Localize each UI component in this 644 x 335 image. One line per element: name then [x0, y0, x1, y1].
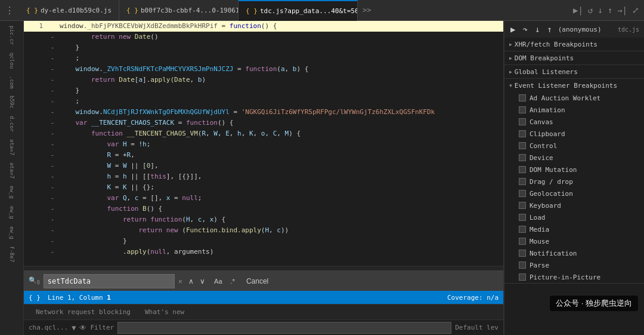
event-item-14[interactable]: Parse	[504, 259, 644, 271]
search-input[interactable]	[44, 274, 175, 288]
section-global: ▶ Global Listeners	[504, 65, 644, 79]
event-checkbox-3[interactable]	[519, 130, 526, 137]
tab-bar-menu[interactable]: ⋮	[0, 5, 19, 16]
code-editor: 1 window._hbFjPYKBCEVbWjXdBZedmmbBkPkHRP…	[24, 21, 504, 335]
event-label-4: Control	[530, 142, 557, 150]
event-item-7[interactable]: Drag / drop	[504, 176, 644, 188]
resume-button[interactable]: ▶	[509, 23, 516, 35]
code-line-7: - }	[24, 85, 503, 96]
event-checkbox-6[interactable]	[519, 166, 526, 173]
search-match-case-button[interactable]: Aa	[211, 276, 225, 286]
bottom-tab-whatsnew[interactable]: What's new	[138, 305, 191, 320]
tab-0[interactable]: { } dy-ele.d10b59c0.js	[19, 0, 119, 21]
event-checkbox-15[interactable]	[519, 273, 526, 281]
action-step-out[interactable]: →|	[617, 5, 627, 15]
section-global-header[interactable]: ▶ Global Listeners	[504, 65, 644, 78]
code-line-17: - var Q, c = [], x = null;	[24, 193, 503, 204]
search-next-button[interactable]: ∨	[197, 276, 208, 287]
event-label-2: Canvas	[530, 118, 553, 126]
sidebar-label-7: ew_g	[9, 183, 15, 201]
event-checkbox-11[interactable]	[519, 226, 526, 233]
search-cancel-button[interactable]: Cancel	[242, 276, 273, 287]
tab-1-label: b00f7c3b-cbbf-4...0-190615c843c7	[141, 7, 239, 14]
line-content-8: ;	[57, 96, 503, 107]
section-event-listeners-triangle: ▼	[509, 83, 512, 88]
event-item-2[interactable]: Canvas	[504, 116, 644, 128]
event-item-10[interactable]: Load	[504, 211, 644, 223]
search-icon-area: 🔍B	[29, 276, 40, 285]
event-label-14: Parse	[530, 262, 549, 269]
event-item-3[interactable]: Clipboard	[504, 128, 644, 140]
eye-icon[interactable]: 👁	[79, 324, 86, 332]
event-checkbox-14[interactable]	[519, 262, 526, 269]
line-marker-10: -	[48, 118, 57, 128]
event-checkbox-0[interactable]	[519, 94, 526, 102]
line-content-12: var H = !h;	[57, 139, 503, 150]
event-checkbox-4[interactable]	[519, 142, 526, 149]
section-global-label: Global Listeners	[515, 68, 578, 76]
action-refresh[interactable]: ↺	[588, 5, 593, 15]
status-bar: { } Line 1, Column 1 Coverage: n/a	[24, 291, 503, 304]
tab-2[interactable]: { } tdc.js?app_data...40&t=563329767 ✕	[239, 0, 358, 21]
event-label-7: Drag / drop	[530, 178, 573, 186]
section-xhr-header[interactable]: ▶ XHR/fetch Breakpoints	[504, 38, 644, 51]
event-item-4[interactable]: Control	[504, 140, 644, 152]
bottom-tab-network[interactable]: Network request blocking	[29, 305, 138, 320]
action-deactivate[interactable]: ⤢	[632, 5, 639, 15]
bottom-url-label: cha.qcl...	[29, 324, 68, 331]
event-item-15[interactable]: Picture-in-Picture	[504, 271, 644, 283]
event-label-0: Ad Auction Worklet	[530, 94, 600, 102]
event-item-9[interactable]: Keyboard	[504, 199, 644, 211]
section-dom-bp-header[interactable]: ▶ DOM Breakpoints	[504, 51, 644, 64]
step-over-button[interactable]: ↷	[521, 23, 528, 35]
event-item-11[interactable]: Media	[504, 223, 644, 235]
line-content-6: return Date[a].apply(Date, b)	[57, 75, 503, 85]
sidebar-label-1: qclou	[9, 50, 15, 71]
event-item-12[interactable]: Mouse	[504, 235, 644, 247]
event-item-6[interactable]: DOM Mutation	[504, 164, 644, 176]
action-step-up[interactable]: ↑	[608, 5, 612, 15]
event-checkbox-5[interactable]	[519, 154, 526, 161]
event-checkbox-9[interactable]	[519, 202, 526, 209]
event-item-5[interactable]: Device	[504, 152, 644, 164]
step-out-button[interactable]: ↑	[546, 23, 553, 35]
filter-input[interactable]	[117, 322, 451, 334]
bottom-dropdown-icon[interactable]: ▼	[72, 324, 76, 332]
left-sidebar: pic.cr qclou .com b59c d.cor ata=7 ata=7…	[0, 21, 24, 335]
code-content[interactable]: 1 window._hbFjPYKBCEVbWjXdBZedmmbBkPkHRP…	[24, 21, 503, 266]
event-checkbox-10[interactable]	[519, 214, 526, 221]
event-item-13[interactable]: Notification	[504, 247, 644, 259]
action-step-over[interactable]: ↓	[597, 5, 602, 15]
event-checkbox-8[interactable]	[519, 190, 526, 197]
event-item-0[interactable]: Ad Auction Worklet	[504, 92, 644, 104]
search-clear-icon[interactable]: ✕	[178, 277, 182, 285]
event-label-12: Mouse	[530, 238, 549, 245]
event-checkbox-12[interactable]	[519, 238, 526, 245]
sidebar-label-8: ew_g	[9, 204, 15, 222]
line-content-22: .apply(null, arguments)	[57, 247, 503, 257]
event-label-6: DOM Mutation	[530, 166, 577, 174]
event-item-1[interactable]: Animation	[504, 104, 644, 116]
line-marker-11: -	[48, 128, 57, 139]
event-checkbox-2[interactable]	[519, 118, 526, 125]
event-checkbox-13[interactable]	[519, 250, 526, 257]
tab-1[interactable]: { } b00f7c3b-cbbf-4...0-190615c843c7	[119, 0, 239, 21]
line-marker-15: -	[48, 171, 57, 182]
code-line-5: - window._ZVhTcRSNdFKTcPaMHCYVXRSJmPnNJC…	[24, 64, 503, 75]
step-into-button[interactable]: ↓	[534, 23, 541, 35]
code-line-11: - function __TENCENT_CHAOS_VM(R, W, E, h…	[24, 128, 503, 139]
event-checkbox-1[interactable]	[519, 106, 526, 113]
action-play[interactable]: ▶|	[573, 5, 583, 15]
section-event-listeners-label: Event Listener Breakpoints	[515, 82, 617, 90]
event-label-13: Notification	[530, 250, 577, 257]
search-prev-button[interactable]: ∧	[186, 276, 196, 287]
event-label-15: Picture-in-Picture	[530, 273, 600, 281]
tab-overflow[interactable]: >>	[358, 6, 376, 14]
code-line-1: 1 window._hbFjPYKBCEVbWjXdBZedmmbBkPkHRP…	[24, 21, 503, 32]
event-item-8[interactable]: Geolocation	[504, 188, 644, 199]
code-line-6: - return Date[a].apply(Date, b)	[24, 75, 503, 85]
code-scrollbar[interactable]	[24, 266, 503, 271]
event-checkbox-7[interactable]	[519, 178, 526, 185]
section-event-listeners-header[interactable]: ▼ Event Listener Breakpoints	[504, 79, 644, 92]
search-regex-button[interactable]: .*	[228, 276, 238, 286]
